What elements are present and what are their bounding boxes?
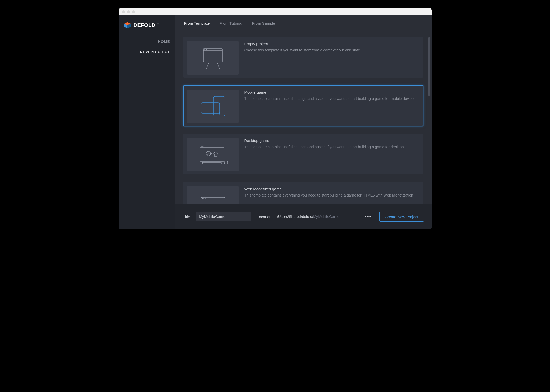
- tab-from-tutorial[interactable]: From Tutorial: [218, 15, 243, 29]
- defold-logo-icon: [124, 22, 131, 29]
- title-label: Title: [183, 215, 190, 219]
- tab-from-sample[interactable]: From Sample: [251, 15, 276, 29]
- brand-name: DEFOLD: [134, 22, 156, 28]
- template-description: This template contains useful settings a…: [244, 96, 418, 101]
- titlebar: [119, 8, 432, 15]
- template-title: Mobile game: [244, 90, 418, 94]
- svg-rect-25: [202, 162, 221, 164]
- window-close-button[interactable]: [122, 10, 125, 13]
- sidebar: DEFOLD ™ HOMENEW PROJECT: [119, 15, 175, 229]
- template-description: This template contains everything you ne…: [244, 193, 418, 198]
- web-template-icon: [187, 186, 239, 204]
- footer-bar: Title Location /Users/Shared/defold/MyMo…: [175, 204, 432, 229]
- template-list: Empty projectChoose this template if you…: [175, 29, 427, 204]
- template-title: Empty project: [244, 42, 418, 46]
- svg-point-23: [211, 153, 212, 154]
- svg-rect-26: [201, 197, 225, 204]
- svg-point-7: [206, 49, 207, 50]
- svg-point-24: [213, 153, 213, 154]
- location-base: /Users/Shared/defold/: [277, 215, 313, 219]
- template-card-desktop-game[interactable]: Desktop gameThis template contains usefu…: [183, 134, 423, 174]
- svg-line-9: [206, 62, 209, 69]
- template-description: This template contains useful settings a…: [244, 144, 418, 150]
- project-title-input[interactable]: [196, 212, 251, 221]
- template-card-web-monetized-game[interactable]: Web Monetized gameThis template contains…: [183, 182, 423, 204]
- svg-point-30: [205, 198, 205, 199]
- scrollbar-track[interactable]: [427, 29, 432, 204]
- location-path: /Users/Shared/defold/MyMobileGame: [277, 215, 339, 219]
- brand-logo: DEFOLD ™: [119, 15, 175, 37]
- svg-point-28: [202, 198, 203, 199]
- mobile-template-icon: [187, 90, 239, 123]
- svg-line-10: [217, 62, 220, 69]
- template-card-empty-project[interactable]: Empty projectChoose this template if you…: [183, 37, 423, 78]
- app-body: DEFOLD ™ HOMENEW PROJECT From TemplateFr…: [119, 15, 432, 229]
- location-suffix: MyMobileGame: [313, 215, 339, 219]
- content-area: Empty projectChoose this template if you…: [175, 29, 432, 204]
- svg-point-29: [204, 198, 204, 199]
- window-minimize-button[interactable]: [127, 10, 130, 13]
- tab-from-template[interactable]: From Template: [183, 15, 211, 29]
- svg-rect-15: [203, 104, 218, 112]
- tabs-row: From TemplateFrom TutorialFrom Sample: [175, 15, 432, 29]
- window-maximize-button[interactable]: [132, 10, 135, 13]
- sidebar-item-home[interactable]: HOME: [119, 37, 175, 47]
- trademark-icon: ™: [157, 23, 159, 25]
- svg-point-19: [201, 146, 202, 146]
- app-window: DEFOLD ™ HOMENEW PROJECT From TemplateFr…: [119, 8, 432, 229]
- svg-point-13: [219, 113, 220, 114]
- svg-point-20: [202, 146, 203, 146]
- template-title: Desktop game: [244, 138, 418, 143]
- more-options-button[interactable]: •••: [363, 212, 374, 221]
- scrollbar-thumb[interactable]: [428, 37, 430, 96]
- create-project-button[interactable]: Create New Project: [379, 212, 424, 222]
- svg-point-6: [205, 49, 205, 50]
- location-label: Location: [257, 215, 271, 219]
- sidebar-item-new-project[interactable]: NEW PROJECT: [119, 47, 175, 57]
- svg-point-22: [210, 153, 210, 154]
- easel-template-icon: [187, 41, 239, 75]
- template-card-mobile-game[interactable]: Mobile gameThis template contains useful…: [183, 85, 423, 126]
- desktop-template-icon: [187, 138, 239, 171]
- template-description: Choose this template if you want to star…: [244, 48, 418, 53]
- svg-point-21: [204, 146, 204, 146]
- main-panel: From TemplateFrom TutorialFrom Sample Em…: [175, 15, 432, 229]
- template-title: Web Monetized game: [244, 187, 418, 191]
